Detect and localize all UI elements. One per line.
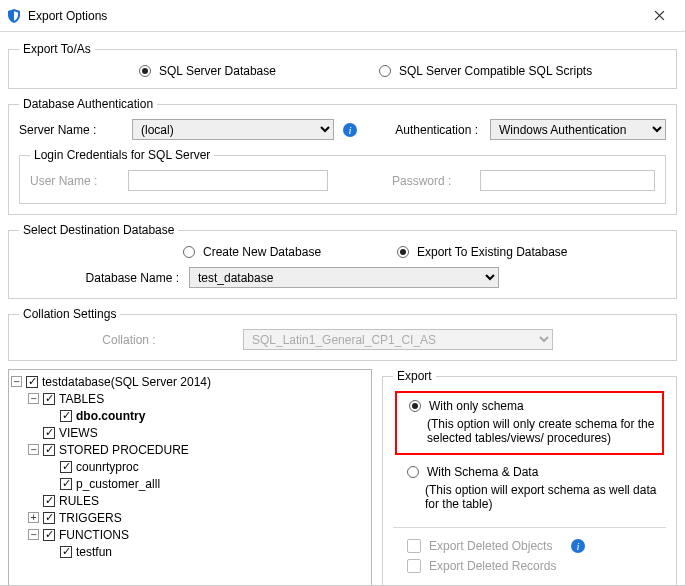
expand-icon[interactable]: + xyxy=(28,512,39,523)
tree-checkbox[interactable] xyxy=(43,495,55,507)
tree-rules[interactable]: RULES xyxy=(28,492,369,509)
tree-checkbox[interactable] xyxy=(43,427,55,439)
dest-db-legend: Select Destination Database xyxy=(19,223,178,237)
tree-root[interactable]: − testdatabase(SQL Server 2014) xyxy=(11,373,369,390)
server-name-select[interactable]: (local) xyxy=(132,119,334,140)
radio-sql-scripts[interactable]: SQL Server Compatible SQL Scripts xyxy=(379,64,592,78)
schema-and-data-description: (This option will export schema as well … xyxy=(407,479,660,511)
export-to-group: Export To/As SQL Server Database SQL Ser… xyxy=(8,42,677,89)
radio-sql-server-db[interactable]: SQL Server Database xyxy=(139,64,379,78)
collapse-icon[interactable]: − xyxy=(28,529,39,540)
close-icon xyxy=(654,10,665,21)
titlebar: Export Options xyxy=(0,0,685,31)
authentication-select[interactable]: Windows Authentication xyxy=(490,119,666,140)
radio-export-existing-db[interactable]: Export To Existing Database xyxy=(397,245,568,259)
tree-views[interactable]: VIEWS xyxy=(28,424,369,441)
checkbox-export-deleted-objects xyxy=(407,539,421,553)
info-icon[interactable]: i xyxy=(342,122,358,138)
tree-checkbox[interactable] xyxy=(43,529,55,541)
tree-item[interactable]: testfun xyxy=(45,543,369,560)
tree-item[interactable]: p_customer_alll xyxy=(45,475,369,492)
collation-label: Collation : xyxy=(19,333,239,347)
object-tree[interactable]: − testdatabase(SQL Server 2014) − TABLES xyxy=(8,369,372,586)
auth-legend: Database Authentication xyxy=(19,97,157,111)
window-title: Export Options xyxy=(28,9,639,23)
tree-checkbox[interactable] xyxy=(43,444,55,456)
collation-legend: Collation Settings xyxy=(19,307,120,321)
radio-create-new-db[interactable]: Create New Database xyxy=(183,245,393,259)
username-label: User Name : xyxy=(30,174,120,188)
tree-tables[interactable]: − TABLES xyxy=(28,390,369,407)
login-credentials-legend: Login Credentials for SQL Server xyxy=(30,148,214,162)
tree-checkbox[interactable] xyxy=(43,393,55,405)
export-to-legend: Export To/As xyxy=(19,42,95,56)
collapse-icon[interactable]: − xyxy=(28,393,39,404)
export-options-legend: Export xyxy=(393,369,436,383)
close-button[interactable] xyxy=(639,2,679,30)
collapse-icon[interactable]: − xyxy=(28,444,39,455)
database-name-select[interactable]: test_database xyxy=(189,267,499,288)
collation-select: SQL_Latin1_General_CP1_CI_AS xyxy=(243,329,553,350)
username-input xyxy=(128,170,328,191)
only-schema-description: (This option will only create schema for… xyxy=(409,413,656,445)
app-shield-icon xyxy=(6,8,22,24)
radio-schema-and-data[interactable]: With Schema & Data xyxy=(407,465,660,479)
tree-item[interactable]: counrtyproc xyxy=(45,458,369,475)
tree-checkbox[interactable] xyxy=(60,478,72,490)
tree-checkbox[interactable] xyxy=(60,546,72,558)
database-name-label: Database Name : xyxy=(19,271,185,285)
tree-checkbox[interactable] xyxy=(60,410,72,422)
radio-only-schema[interactable]: With only schema xyxy=(409,399,656,413)
login-credentials-group: Login Credentials for SQL Server User Na… xyxy=(19,148,666,204)
tree-checkbox[interactable] xyxy=(26,376,38,388)
tree-functions[interactable]: − FUNCTIONS xyxy=(28,526,369,543)
svg-text:i: i xyxy=(577,540,580,552)
collapse-icon[interactable]: − xyxy=(11,376,22,387)
info-icon[interactable]: i xyxy=(570,538,586,554)
tree-item[interactable]: dbo.country xyxy=(45,407,369,424)
password-input xyxy=(480,170,655,191)
dest-db-group: Select Destination Database Create New D… xyxy=(8,223,677,299)
server-name-label: Server Name : xyxy=(19,123,124,137)
authentication-label: Authentication : xyxy=(395,123,478,137)
tree-checkbox[interactable] xyxy=(60,461,72,473)
collation-group: Collation Settings Collation : SQL_Latin… xyxy=(8,307,677,361)
checkbox-export-deleted-records xyxy=(407,559,421,573)
password-label: Password : xyxy=(392,174,472,188)
tree-triggers[interactable]: + TRIGGERS xyxy=(28,509,369,526)
auth-group: Database Authentication Server Name : (l… xyxy=(8,97,677,215)
export-options-group: Export With only schema (This option wil… xyxy=(382,369,677,586)
tree-stored-procedure[interactable]: − STORED PROCEDURE xyxy=(28,441,369,458)
tree-checkbox[interactable] xyxy=(43,512,55,524)
svg-text:i: i xyxy=(348,124,351,136)
